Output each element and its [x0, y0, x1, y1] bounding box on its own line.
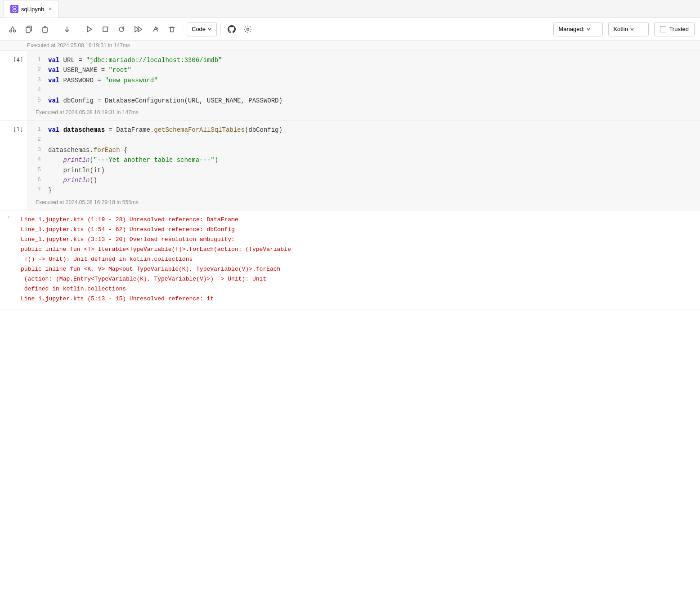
cell-line-1-1: 1 val dataschemas = DataFrame.getSchemaF… — [36, 125, 693, 135]
output-collapse-button[interactable]: ˅ — [7, 215, 21, 222]
cell-code-area-4[interactable]: 1 val URL = "jdbc:mariadb://localhost:33… — [27, 51, 700, 120]
gear-icon — [244, 25, 252, 33]
cell-exec-tag-container-4: [4] — [0, 51, 27, 120]
separator-1 — [56, 24, 56, 35]
tab-bar: sql.ipynb × — [0, 0, 700, 18]
separator-3 — [183, 24, 183, 35]
jupyter-logo-icon — [10, 5, 18, 13]
toolbar: Code Managed: Kotlin Trusted — [0, 18, 700, 40]
cut-button[interactable] — [5, 22, 20, 36]
code-dropdown-label: Code — [192, 26, 206, 32]
svg-point-18 — [247, 28, 249, 30]
cell-line-4-2: 2 val USER_NAME = "root" — [36, 65, 693, 75]
restart-icon — [118, 26, 125, 33]
svg-point-3 — [13, 30, 16, 32]
exec-tag-1: [1] — [13, 126, 23, 133]
github-icon — [227, 25, 236, 34]
svg-line-4 — [11, 27, 13, 30]
kotlin-dropdown-label: Kotlin — [613, 26, 628, 32]
trusted-button[interactable]: Trusted — [654, 22, 695, 36]
run-button[interactable] — [82, 22, 96, 36]
delete-button[interactable] — [165, 22, 179, 36]
cell-code-area-1[interactable]: 1 val dataschemas = DataFrame.getSchemaF… — [27, 120, 700, 210]
chevron-down-icon — [207, 27, 212, 31]
chevron-down-icon-managed — [586, 27, 591, 31]
copy-icon — [25, 26, 32, 33]
svg-marker-11 — [87, 27, 92, 32]
settings-button[interactable] — [241, 22, 255, 36]
svg-rect-13 — [103, 27, 108, 31]
kotlin-dropdown[interactable]: Kotlin — [608, 22, 649, 36]
delete-icon — [168, 26, 175, 33]
cell-line-4-3: 3 val PASSWORD = "new_password" — [36, 76, 693, 85]
cell-exec-info-4: Executed at 2024.05.08 16:19:31 in 147ms — [36, 109, 693, 116]
code-dropdown[interactable]: Code — [187, 22, 217, 36]
trusted-checkbox[interactable] — [660, 26, 666, 32]
move-down-button[interactable] — [60, 22, 74, 36]
cell-line-4-5: 5 val dbConfig = DatabaseConfiguration(U… — [36, 96, 693, 106]
tab-close-icon[interactable]: × — [49, 6, 52, 12]
trusted-label: Trusted — [669, 26, 689, 32]
output-content: Line_1.jupyter.kts (1:19 - 28) Unresolve… — [21, 215, 693, 304]
cell-line-4-1: 1 val URL = "jdbc:mariadb://localhost:33… — [36, 55, 693, 65]
chevron-down-icon-kotlin — [630, 27, 634, 31]
restart-button[interactable] — [114, 22, 129, 36]
cell-exec-info-1: Executed at 2024.05.08 16:29:18 in 555ms — [36, 199, 693, 205]
svg-rect-7 — [26, 27, 30, 32]
github-button[interactable] — [224, 22, 239, 36]
clear-button[interactable] — [148, 22, 163, 36]
run-icon — [85, 26, 93, 33]
exec-tag-4: [4] — [13, 56, 23, 63]
copy-button[interactable] — [22, 22, 36, 36]
output-area: ˅ Line_1.jupyter.kts (1:19 - 28) Unresol… — [0, 210, 700, 309]
notebook-area: Executed at 2024.05.08 16:19:31 in 147ms… — [0, 40, 700, 309]
paste-button[interactable] — [38, 22, 52, 36]
svg-point-2 — [10, 30, 12, 32]
stop-icon — [102, 26, 109, 33]
cell-line-1-7: 7 } — [36, 185, 693, 195]
clear-icon — [152, 26, 159, 33]
tab-sql-ipynb[interactable]: sql.ipynb × — [4, 0, 58, 18]
managed-dropdown-label: Managed: — [558, 26, 584, 32]
cell-line-4-4: 4 — [36, 85, 693, 95]
svg-rect-9 — [44, 27, 46, 28]
output-toggle: ˅ Line_1.jupyter.kts (1:19 - 28) Unresol… — [0, 210, 700, 309]
move-down-icon — [63, 26, 71, 33]
separator-2 — [78, 24, 78, 35]
cell-lines-4: 1 val URL = "jdbc:mariadb://localhost:33… — [36, 55, 693, 106]
cell-exec-tag-container-1: [1] — [0, 120, 27, 210]
cell-line-1-3: 3 dataschemas.forEach { — [36, 145, 693, 155]
run-all-icon — [134, 26, 143, 33]
cell-4[interactable]: [4] 1 val URL = "jdbc:mariadb://localhos… — [0, 51, 700, 120]
svg-line-5 — [13, 27, 14, 30]
stop-button[interactable] — [98, 22, 112, 36]
cell-lines-1: 1 val dataschemas = DataFrame.getSchemaF… — [36, 125, 693, 196]
cell-line-1-2: 2 — [36, 135, 693, 145]
pre-cell-note: Executed at 2024.05.08 16:19:31 in 147ms — [0, 40, 700, 51]
cell-line-1-5: 5 println(it) — [36, 165, 693, 175]
tab-filename: sql.ipynb — [21, 6, 44, 13]
cut-icon — [9, 26, 16, 33]
managed-dropdown[interactable]: Managed: — [553, 22, 603, 36]
paste-icon — [41, 26, 49, 33]
cell-line-1-4: 4 println("---Yet another table schema--… — [36, 155, 693, 165]
svg-point-1 — [13, 8, 15, 9]
cell-line-1-6: 6 println() — [36, 175, 693, 185]
run-all-button[interactable] — [130, 22, 147, 36]
cell-1[interactable]: [1] 1 val dataschemas = DataFrame.getSch… — [0, 120, 700, 210]
separator-4 — [220, 24, 221, 35]
